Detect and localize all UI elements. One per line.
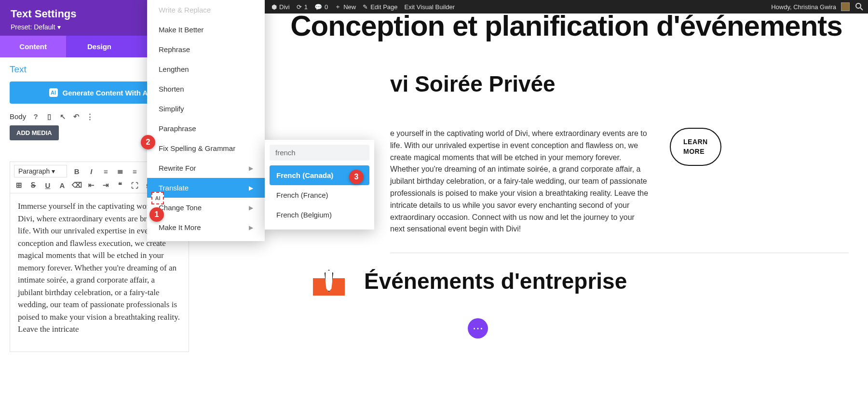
ai-item-make-it-more[interactable]: Make It More▶ [147,217,265,237]
clear-format-icon[interactable]: ⌫ [72,180,81,190]
admin-edit-page[interactable]: ✎ Edit Page [363,3,397,11]
table-icon[interactable]: ⊞ [14,180,24,190]
indent-in-icon[interactable]: ⇥ [101,180,110,190]
ai-inline-badge[interactable]: AI [151,192,164,204]
cursor-icon[interactable]: ↖ [59,113,67,121]
admin-new-label: New [343,3,356,11]
ai-item-change-tone[interactable]: Change Tone▶ [147,198,265,217]
admin-updates[interactable]: ⟳ 1 [297,3,308,11]
tab-content[interactable]: Content [0,36,66,57]
svg-line-1 [860,8,863,10]
ai-item-paraphrase[interactable]: Paraphrase [147,119,265,138]
plus-icon: ＋ [335,2,341,11]
ai-item-simplify[interactable]: Simplify [147,99,265,119]
ai-item-shorten[interactable]: Shorten [147,79,265,99]
ai-icon: AI [49,88,58,97]
tie-icon [313,267,345,296]
chevron-right-icon: ▶ [249,224,253,231]
undo-icon[interactable]: ↶ [72,113,80,121]
ai-item-translate[interactable]: Translate▶ [147,178,265,198]
chevron-right-icon: ▶ [249,204,253,211]
callout-3: 3 [349,170,364,184]
admin-comments[interactable]: 💬 0 [314,3,328,11]
chevron-right-icon: ▶ [249,185,253,191]
number-list-icon[interactable]: ≣ [115,166,125,176]
svg-point-0 [856,3,861,8]
callout-1: 1 [149,207,164,222]
chevron-down-icon: ▾ [57,23,61,31]
underline-icon[interactable]: U [43,180,53,190]
section-body-text: e yourself in the captivating world of D… [390,128,651,235]
learn-more-button[interactable]: LEARN MORE [670,128,721,166]
ai-item-make-better[interactable]: Make It Better [147,20,265,40]
lang-french-france[interactable]: French (France) [270,185,369,205]
strike-icon[interactable]: S̶ [28,180,38,190]
update-count: 1 [304,3,308,11]
text-color-icon[interactable]: A [57,180,67,190]
ai-item-fix-spelling[interactable]: Fix Spelling & Grammar [147,138,265,158]
chevron-right-icon: ▶ [249,165,253,172]
ai-item-lengthen[interactable]: Lengthen [147,59,265,79]
admin-new[interactable]: ＋ New [335,2,356,11]
tab-design[interactable]: Design [66,36,132,57]
body-label: Body [10,112,26,121]
more-icon[interactable]: ⋮ [86,113,94,121]
generate-label: Generate Content With AI [63,89,150,97]
ai-item-rephrase[interactable]: Rephrase [147,40,265,59]
admin-divi-label: Divi [279,3,290,11]
pencil-icon: ✎ [363,3,368,11]
section-title: vi Soirée Privée [390,71,556,97]
ai-item-rewrite-for[interactable]: Rewrite For▶ [147,158,265,178]
callout-2: 2 [141,135,155,149]
language-search-input[interactable] [270,145,369,161]
comment-icon: 💬 [314,3,322,11]
section-soiree: vi Soirée Privée e yourself in the capti… [390,71,849,253]
section2-title: Événements d'entreprise [364,270,627,293]
translate-submenu: French (Canada) French (France) French (… [265,140,374,230]
module-options-fab[interactable]: ⋯ [468,318,488,338]
align-left-icon[interactable]: ≡ [130,166,139,176]
help-icon[interactable]: ? [32,113,40,121]
mobile-icon[interactable]: ▯ [45,113,53,121]
admin-howdy[interactable]: Howdy, Christina Gwira [771,3,836,11]
ai-context-menu: Write & Replace Make It Better Rephrase … [147,0,265,241]
search-icon[interactable] [854,2,864,12]
paragraph-select[interactable]: Paragraph ▾ [14,165,67,177]
hero-title: Conception et planification d'événements [284,11,849,41]
section-evenements: Événements d'entreprise [313,267,849,296]
admin-exit-vb[interactable]: Exit Visual Builder [405,3,455,11]
lang-french-belgium[interactable]: French (Belgium) [270,205,369,225]
admin-divi-link[interactable]: ⬢ Divi [271,3,290,11]
bold-icon[interactable]: B [72,166,81,176]
bullet-list-icon[interactable]: ≡ [101,166,110,176]
italic-icon[interactable]: I [86,166,96,176]
fullscreen-icon[interactable]: ⛶ [130,180,139,190]
refresh-icon: ⟳ [297,3,302,11]
avatar[interactable] [841,2,850,11]
comment-count: 0 [325,3,328,11]
add-media-button[interactable]: ADD MEDIA [10,125,59,140]
divi-logo-icon: ⬢ [271,3,277,11]
quote-icon[interactable]: ❝ [115,180,125,190]
ai-item-write-replace[interactable]: Write & Replace [147,0,265,20]
indent-out-icon[interactable]: ⇤ [86,180,96,190]
admin-edit-label: Edit Page [370,3,397,11]
